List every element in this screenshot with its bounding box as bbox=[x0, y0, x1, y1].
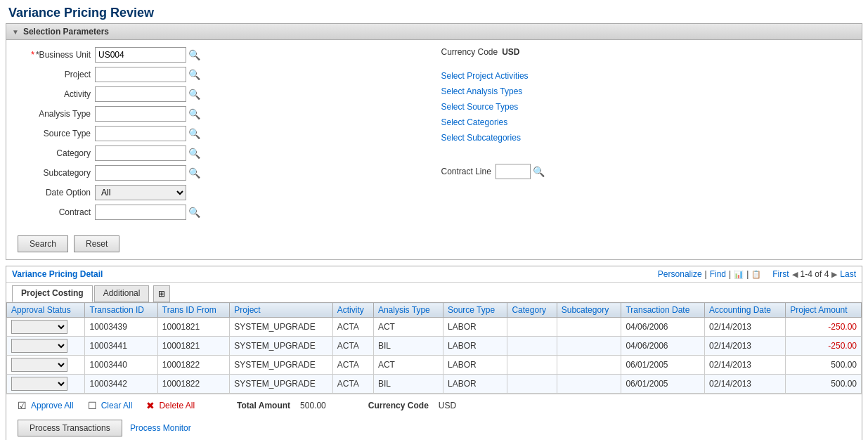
cell-activity: ACTA bbox=[332, 356, 373, 375]
tab-additional[interactable]: Additional bbox=[94, 285, 150, 302]
activity-input[interactable] bbox=[95, 86, 186, 102]
process-transactions-button[interactable]: Process Transactions bbox=[18, 420, 122, 436]
business-unit-input[interactable] bbox=[95, 47, 186, 63]
cell-approval-status[interactable]: Approve Deny bbox=[7, 337, 85, 356]
project-lookup-icon[interactable]: 🔍 bbox=[188, 69, 200, 80]
activity-row: Activity 🔍 bbox=[18, 86, 427, 102]
detail-nav: Personalize | Find | 📊 | 📋 First ◀ 1-4 o… bbox=[658, 269, 856, 279]
contract-line-input[interactable] bbox=[495, 164, 531, 179]
analysis-type-input[interactable] bbox=[95, 106, 186, 122]
cell-activity: ACTA bbox=[332, 375, 373, 394]
activity-lookup-icon[interactable]: 🔍 bbox=[188, 89, 200, 100]
view-grid-icon[interactable]: 📊 bbox=[734, 270, 744, 279]
source-type-row: Source Type 🔍 bbox=[18, 126, 427, 141]
cell-source-type: LABOR bbox=[443, 337, 507, 356]
approval-status-select[interactable]: Approve Deny bbox=[11, 339, 67, 353]
personalize-link[interactable]: Personalize bbox=[658, 269, 702, 279]
footer-bottom: Process Transactions Process Monitor bbox=[6, 417, 862, 440]
tab-project-costing[interactable]: Project Costing bbox=[12, 285, 93, 302]
col-activity: Activity bbox=[332, 303, 373, 318]
search-button[interactable]: Search bbox=[18, 235, 68, 252]
cell-transaction-id: 10003441 bbox=[85, 337, 157, 356]
contract-input[interactable] bbox=[95, 205, 186, 220]
cell-accounting-date: 02/14/2013 bbox=[704, 356, 785, 375]
cell-approval-status[interactable]: Approve Deny bbox=[7, 375, 85, 394]
chart-icon[interactable]: 📋 bbox=[751, 270, 761, 279]
subcategory-input[interactable] bbox=[95, 165, 186, 181]
approve-all-item: ☑ Approve All bbox=[18, 400, 74, 411]
prev-icon[interactable]: ◀ bbox=[792, 270, 798, 279]
cell-subcategory bbox=[557, 375, 621, 394]
page-title: Variance Pricing Review bbox=[0, 0, 868, 23]
subcategory-lookup-icon[interactable]: 🔍 bbox=[188, 167, 200, 179]
tab-icon-button[interactable]: ⊞ bbox=[153, 285, 170, 302]
total-amount-item: Total Amount 500.00 bbox=[237, 401, 326, 410]
approval-status-select[interactable]: Approve Deny bbox=[11, 358, 67, 372]
source-type-input[interactable] bbox=[95, 126, 186, 141]
approval-status-select[interactable]: Approve Deny bbox=[11, 320, 67, 334]
approve-all-link[interactable]: Approve All bbox=[31, 401, 74, 410]
contract-label: Contract bbox=[18, 207, 95, 217]
clear-all-link[interactable]: Clear All bbox=[101, 401, 133, 410]
category-lookup-icon[interactable]: 🔍 bbox=[188, 148, 200, 159]
next-icon[interactable]: ▶ bbox=[831, 270, 837, 279]
panel-header[interactable]: ▼ Selection Parameters bbox=[6, 24, 862, 40]
approve-all-checkbox[interactable]: ☑ bbox=[18, 400, 27, 411]
select-categories-link[interactable]: Select Categories bbox=[441, 117, 851, 127]
col-project-amount: Project Amount bbox=[786, 303, 862, 318]
cell-transaction-date: 06/01/2005 bbox=[621, 375, 705, 394]
currency-code-label: Currency Code bbox=[441, 47, 498, 57]
panel-header-label: Selection Parameters bbox=[23, 27, 109, 37]
col-transaction-date: Transaction Date bbox=[621, 303, 705, 318]
first-nav[interactable]: First bbox=[772, 269, 789, 279]
cell-category bbox=[507, 356, 557, 375]
approval-status-select[interactable]: Approve Deny bbox=[11, 377, 67, 391]
table-row: Approve Deny 10003442 10001822 SYSTEM_UP… bbox=[7, 375, 862, 394]
select-analysis-types-link[interactable]: Select Analysis Types bbox=[441, 86, 851, 96]
cell-transaction-date: 04/06/2006 bbox=[621, 337, 705, 356]
cell-subcategory bbox=[557, 337, 621, 356]
select-subcategories-link[interactable]: Select Subcategories bbox=[441, 133, 851, 143]
delete-all-item: ✖ Delete All bbox=[146, 400, 195, 411]
last-nav[interactable]: Last bbox=[840, 269, 856, 279]
date-option-select[interactable]: All Date Range bbox=[95, 185, 186, 200]
total-amount-value: 500.00 bbox=[300, 401, 326, 410]
find-link[interactable]: Find bbox=[710, 269, 726, 279]
contract-row: Contract 🔍 bbox=[18, 205, 427, 220]
analysis-type-row: Analysis Type 🔍 bbox=[18, 106, 427, 122]
contract-line-lookup-icon[interactable]: 🔍 bbox=[533, 166, 545, 177]
analysis-type-lookup-icon[interactable]: 🔍 bbox=[188, 108, 200, 119]
process-monitor-link[interactable]: Process Monitor bbox=[130, 423, 191, 433]
cell-trans-id-from: 10001821 bbox=[157, 318, 230, 337]
category-input[interactable] bbox=[95, 145, 186, 161]
cell-project-amount: 500.00 bbox=[786, 356, 862, 375]
table-row: Approve Deny 10003439 10001821 SYSTEM_UP… bbox=[7, 318, 862, 337]
project-input[interactable] bbox=[95, 67, 186, 82]
detail-header: Variance Pricing Detail Personalize | Fi… bbox=[6, 266, 862, 283]
footer-bar: ☑ Approve All ☐ Clear All ✖ Delete All T… bbox=[6, 394, 862, 417]
cell-accounting-date: 02/14/2013 bbox=[704, 375, 785, 394]
contract-lookup-icon[interactable]: 🔍 bbox=[188, 207, 200, 218]
cell-approval-status[interactable]: Approve Deny bbox=[7, 318, 85, 337]
cell-transaction-id: 10003439 bbox=[85, 318, 157, 337]
cell-approval-status[interactable]: Approve Deny bbox=[7, 356, 85, 375]
total-amount-label: Total Amount bbox=[237, 401, 290, 410]
footer-currency-label: Currency Code bbox=[368, 401, 429, 410]
cell-project-amount: -250.00 bbox=[786, 337, 862, 356]
cell-trans-id-from: 10001822 bbox=[157, 375, 230, 394]
cell-activity: ACTA bbox=[332, 337, 373, 356]
business-unit-lookup-icon[interactable]: 🔍 bbox=[188, 49, 200, 60]
tabs-container: Project Costing Additional ⊞ bbox=[6, 283, 862, 302]
col-analysis-type: Analysis Type bbox=[373, 303, 443, 318]
select-source-types-link[interactable]: Select Source Types bbox=[441, 102, 851, 112]
date-option-row: Date Option All Date Range bbox=[18, 185, 427, 200]
col-trans-id-from: Trans ID From bbox=[157, 303, 230, 318]
select-project-activities-link[interactable]: Select Project Activities bbox=[441, 71, 851, 81]
source-type-label: Source Type bbox=[18, 129, 95, 138]
clear-all-checkbox[interactable]: ☐ bbox=[88, 400, 97, 411]
reset-button[interactable]: Reset bbox=[74, 235, 119, 252]
delete-all-link[interactable]: Delete All bbox=[159, 401, 195, 410]
delete-all-icon[interactable]: ✖ bbox=[146, 400, 155, 411]
source-type-lookup-icon[interactable]: 🔍 bbox=[188, 128, 200, 139]
cell-accounting-date: 02/14/2013 bbox=[704, 337, 785, 356]
